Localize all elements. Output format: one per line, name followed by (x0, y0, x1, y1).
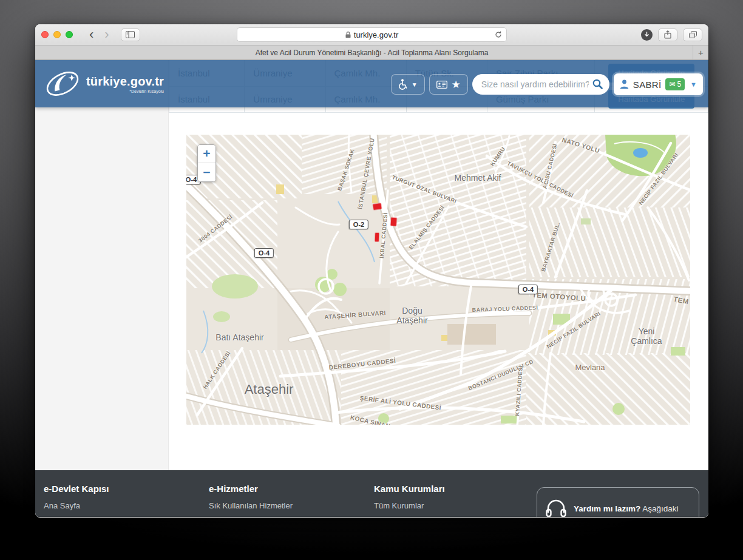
chevron-down-icon: ▼ (690, 81, 697, 88)
zoom-window-button[interactable] (66, 31, 73, 38)
street-label: BAŞAK SOKAK (336, 148, 356, 191)
envelope-icon: ✉ (669, 80, 675, 89)
street-label: NECİP FAZIL BULVARI (546, 310, 602, 349)
street-label: İSTANBUL ÇEVRE YOLU (356, 137, 375, 209)
logo-subtext: *Devletin Kısayolu (86, 89, 164, 93)
id-card-icon (436, 81, 447, 89)
road-badge: O-4 (254, 248, 274, 258)
star-icon: ★ (452, 78, 461, 91)
main-content: İstanbulÜmraniyeÇamlık Mh.Tütün Sk.Şair … (169, 60, 708, 470)
logo-text: türkiye.gov.tr (86, 75, 164, 89)
url-text: turkiye.gov.tr (354, 30, 398, 39)
help-card-title: Yardım mı lazım? (574, 504, 640, 513)
search-icon[interactable] (592, 79, 603, 92)
zoom-out-button[interactable]: − (198, 163, 215, 181)
street-label: TURGUT ÖZAL BULVARI (391, 174, 457, 204)
forward-button[interactable]: › (99, 29, 114, 40)
user-name: SABRİ (633, 79, 662, 90)
footer-column: Kamu KurumlarıTüm Kurumlar (374, 484, 539, 514)
assembly-area-marker[interactable] (391, 217, 397, 226)
back-button[interactable]: ‹ (84, 29, 99, 40)
place-label: Doğu Ataşehir (396, 305, 427, 325)
turkiye-gov-logo[interactable]: türkiye.gov.tr *Devletin Kısayolu (44, 70, 164, 98)
street-label: KYAZILI CADDESİ (514, 365, 524, 416)
window-controls (41, 31, 73, 38)
assembly-area-marker[interactable] (373, 203, 381, 210)
headset-icon (546, 499, 566, 517)
street-label: DEREBOYU CADDESİ (328, 357, 396, 371)
wheelchair-icon (398, 79, 407, 90)
map-zoom-control: + − (197, 144, 216, 182)
tab-bar: Afet ve Acil Durum Yönetimi Başkanlığı -… (35, 46, 708, 60)
footer-link[interactable]: Tüm Kurumlar (374, 501, 539, 510)
street-label: TEM OTOYOLU (673, 295, 690, 312)
tabs-overview-button[interactable] (683, 29, 702, 41)
page-viewport: türkiye.gov.tr *Devletin Kısayolu ▼ (35, 60, 708, 517)
street-label: ŞERİF ALİ YOLU CADDESİ (359, 394, 441, 411)
user-icon (620, 79, 629, 89)
saved-items-button[interactable]: ★ (429, 74, 468, 95)
road-badge: O-2 (349, 220, 368, 229)
chevron-down-icon: ▼ (412, 81, 418, 88)
lock-icon (345, 32, 351, 38)
sidebar-toggle-button[interactable] (121, 29, 140, 41)
message-badge[interactable]: ✉ 5 (665, 78, 685, 90)
assembly-area-marker[interactable] (375, 232, 379, 241)
street-label: 3004 CADDESİ (197, 214, 234, 244)
footer-column: e-HizmetlerSık Kullanılan Hizmetler (209, 484, 374, 514)
place-label: Ataşehir (245, 382, 294, 397)
browser-toolbar: ‹ › turkiye.gov.tr (35, 24, 708, 46)
street-label: ATAŞEHİR BULVARI (324, 309, 386, 320)
accessibility-menu-button[interactable]: ▼ (391, 74, 425, 95)
footer-heading: Kamu Kurumları (374, 484, 539, 494)
tabs-icon (689, 31, 697, 38)
message-count: 5 (677, 80, 681, 89)
help-card-text: Aşağıdaki (640, 504, 678, 513)
share-icon (664, 30, 671, 39)
reload-icon[interactable] (495, 31, 502, 38)
help-search (472, 74, 609, 95)
street-label: NECİP FAZIL BULVARI (638, 152, 680, 206)
url-bar[interactable]: turkiye.gov.tr (237, 27, 507, 42)
user-menu[interactable]: SABRİ ✉ 5 ▼ (614, 73, 703, 95)
browser-window: ‹ › turkiye.gov.tr (35, 24, 708, 518)
site-header: türkiye.gov.tr *Devletin Kısayolu ▼ (35, 60, 708, 107)
place-label: Mehmet Akif (454, 172, 501, 182)
sidebar-icon (126, 31, 135, 38)
help-card[interactable]: Yardım mı lazım? Aşağıdaki (537, 487, 699, 517)
zoom-in-button[interactable]: + (198, 145, 215, 163)
close-window-button[interactable] (41, 31, 49, 38)
share-button[interactable] (658, 29, 677, 41)
map[interactable]: 3004 CADDESİBAŞAK SOKAKİSTANBUL ÇEVRE YO… (186, 135, 690, 425)
minimize-window-button[interactable] (53, 31, 61, 38)
street-label: NATO YOLU (561, 135, 601, 153)
place-label: Mevlana (575, 363, 605, 372)
footer-link[interactable]: Ana Sayfa (44, 501, 209, 510)
street-label: BAYRAKTAR BUL. (540, 221, 561, 272)
new-tab-button[interactable]: + (693, 46, 708, 59)
page-left-margin (35, 60, 169, 470)
place-label: Yeni Çamlıca (625, 326, 668, 345)
logo-ellipse-icon (44, 70, 81, 98)
place-label: Batı Ataşehir (215, 332, 263, 342)
footer-heading: e-Devlet Kapısı (44, 484, 209, 494)
footer-column: e-Devlet KapısıAna Sayfa (44, 484, 209, 514)
street-label: TEM OTOYOLU (532, 291, 586, 302)
road-badge: O-4 (518, 285, 538, 294)
map-label-layer: 3004 CADDESİBAŞAK SOKAKİSTANBUL ÇEVRE YO… (186, 135, 690, 425)
street-label: BOSTANCI DUDULLU CD (467, 358, 534, 391)
footer-heading: e-Hizmetler (209, 484, 374, 494)
download-arrow-icon (644, 32, 650, 38)
street-label: KOCA SINAN (350, 414, 391, 425)
street-label: KUMRU (489, 146, 507, 167)
street-label: BARAJ YOLU CADDESİ (472, 305, 538, 313)
search-input[interactable] (472, 74, 609, 95)
street-label: TAVUKÇU YOLU CADDESİ (506, 160, 574, 199)
street-label: İKBAL CADDESİ (379, 212, 389, 258)
street-label: ELALMIŞ CADDESİ (408, 204, 446, 251)
footer-link[interactable]: Sık Kullanılan Hizmetler (209, 501, 374, 510)
site-footer: e-Devlet KapısıAna Sayfae-HizmetlerSık K… (35, 470, 708, 517)
active-tab[interactable]: Afet ve Acil Durum Yönetimi Başkanlığı -… (35, 49, 708, 57)
street-label: HALK CADDESİ (202, 350, 231, 390)
downloads-button[interactable] (641, 29, 653, 41)
